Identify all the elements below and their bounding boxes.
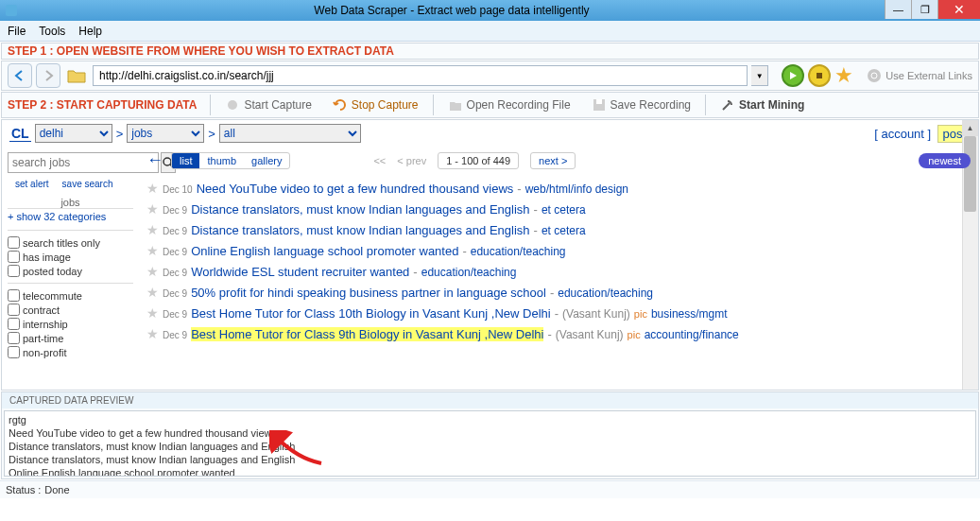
checkbox[interactable] [8,265,20,277]
listing-title[interactable]: Best Home Tutor for Class 10th Biology i… [191,306,551,321]
search-input[interactable] [8,152,159,173]
url-dropdown[interactable]: ▼ [751,65,768,86]
star-icon[interactable]: ★ [146,222,159,237]
listing-title[interactable]: Online English language school promoter … [191,244,458,258]
stop-capture-button[interactable]: Stop Capture [324,95,427,115]
stop-button[interactable] [808,64,831,87]
preview-line: Distance translators, must know Indian l… [9,453,971,466]
svg-rect-0 [6,5,17,16]
filter-contract[interactable]: contract [8,304,133,316]
menu-tools[interactable]: Tools [39,25,65,38]
account-link[interactable]: account [881,127,924,141]
sort-newest[interactable]: newest [919,153,971,168]
back-arrow-icon[interactable]: ← [146,150,163,170]
save-recording-button[interactable]: Save Recording [583,95,699,115]
listing-category[interactable]: accounting/finance [645,328,739,341]
checkbox[interactable] [8,304,20,316]
filter-part-time[interactable]: part-time [8,332,133,344]
cl-logo[interactable]: CL [9,126,31,142]
checkbox[interactable] [8,346,20,358]
preview-textarea[interactable]: rgtgNeed YouTube video to get a few hund… [4,410,976,477]
go-button[interactable] [782,64,804,87]
listing-title[interactable]: Best Home Tutor for Class 9th Biology in… [191,327,543,341]
filter-non-profit[interactable]: non-profit [8,346,133,358]
listing-title[interactable]: Worldwide ESL student recruiter wanted [191,265,409,279]
listing-category[interactable]: et cetera [542,224,586,237]
filter-has-image[interactable]: has image [8,251,133,263]
view-list-tab[interactable]: list [172,153,199,168]
scroll-up-button[interactable]: ▲ [962,120,978,136]
filter-search-titles-only[interactable]: search titles only [8,236,133,249]
url-input[interactable] [93,65,748,86]
pg-first[interactable]: << [373,155,386,166]
star-icon[interactable]: ★ [146,264,159,279]
open-folder-button[interactable] [64,65,89,86]
browser-viewport: ▲ CL delhi > jobs > all [ account ] post… [1,119,979,391]
star-icon[interactable]: ★ [146,181,159,196]
minimize-button[interactable]: — [885,0,911,19]
star-icon[interactable]: ★ [146,243,159,258]
nav-back-button[interactable] [8,63,32,88]
listing-row: ★Dec 10 Need YouTube video to get a few … [146,178,971,199]
step1-label-row: STEP 1 : OPEN WEBSITE FROM WHERE YOU WIS… [1,43,979,60]
pager: << < prev 1 - 100 of 449 next > [373,152,576,169]
listing-row: ★Dec 9 Worldwide ESL student recruiter w… [146,261,971,282]
record-icon [225,97,240,113]
listing-category[interactable]: business/mgmt [651,307,728,321]
listing-location: (Vasant Kunj) [556,328,624,341]
listing-category[interactable]: education/teaching [421,266,517,279]
menu-help[interactable]: Help [78,25,102,38]
star-icon[interactable]: ★ [146,201,159,217]
listing-row: ★Dec 9 Distance translators, must know I… [146,219,971,240]
filter-telecommute[interactable]: telecommute [8,289,133,302]
pg-prev[interactable]: < prev [397,155,426,166]
menu-file[interactable]: File [8,25,26,38]
listing-title[interactable]: Distance translators, must know Indian l… [191,223,529,237]
checkbox[interactable] [8,289,20,302]
open-recording-button[interactable]: Open Recording File [439,95,579,115]
star-icon[interactable]: ★ [146,326,159,341]
start-mining-button[interactable]: Start Mining [712,95,813,115]
external-links-toggle[interactable]: Use External Links [867,68,972,83]
checkbox[interactable] [8,318,20,330]
listing-category[interactable]: web/html/info design [525,182,628,196]
show-categories-link[interactable]: + show 32 categories [8,211,133,222]
checkbox[interactable] [8,236,20,249]
listing-category[interactable]: education/teaching [558,287,653,300]
listing-row: ★Dec 9 Online English language school pr… [146,240,971,261]
pg-next[interactable]: next > [530,152,576,169]
start-capture-button[interactable]: Start Capture [216,95,319,115]
view-gallery-tab[interactable]: gallery [244,153,289,168]
checkbox[interactable] [8,332,20,344]
captured-preview-section: CAPTURED DATA PREVIEW rgtgNeed YouTube v… [1,391,979,479]
filter-posted-today[interactable]: posted today [8,265,133,277]
set-alert-link[interactable]: set alert [15,179,49,189]
cl-subcategory-select[interactable]: all [219,124,361,143]
listing-title[interactable]: 50% profit for hindi speaking business p… [191,286,546,300]
star-icon[interactable]: ★ [146,285,159,300]
cl-toolbar: ← list thumb gallery << < prev 1 - 100 o… [146,150,971,170]
listing-row: ★Dec 9 50% profit for hindi speaking bus… [146,282,971,303]
cl-city-select[interactable]: delhi [35,124,112,143]
listing-title[interactable]: Need YouTube video to get a few hundred … [197,182,514,196]
save-search-link[interactable]: save search [62,179,113,189]
step2-row: STEP 2 : START CAPTURING DATA Start Capt… [1,92,979,118]
maximize-button[interactable]: ❐ [911,0,937,19]
nav-forward-button[interactable] [36,63,60,88]
checkbox[interactable] [8,251,20,263]
favorite-icon[interactable]: ★ [834,63,853,88]
filter-internship[interactable]: internship [8,318,133,330]
preview-line: Distance translators, must know Indian l… [9,440,971,453]
cl-category-select[interactable]: jobs [127,124,204,143]
listing-date: Dec 9 [163,288,187,299]
listing-category[interactable]: education/teaching [471,245,566,258]
listing-category[interactable]: et cetera [542,203,586,217]
svg-point-3 [228,100,237,110]
step1-label: STEP 1 : OPEN WEBSITE FROM WHERE YOU WIS… [8,44,394,58]
close-button[interactable]: ✕ [937,0,980,19]
listing-title[interactable]: Distance translators, must know Indian l… [191,202,529,217]
view-thumb-tab[interactable]: thumb [199,153,244,168]
star-icon[interactable]: ★ [146,305,159,321]
listing-row: ★Dec 9 Best Home Tutor for Class 10th Bi… [146,303,971,323]
mining-icon [720,97,735,113]
